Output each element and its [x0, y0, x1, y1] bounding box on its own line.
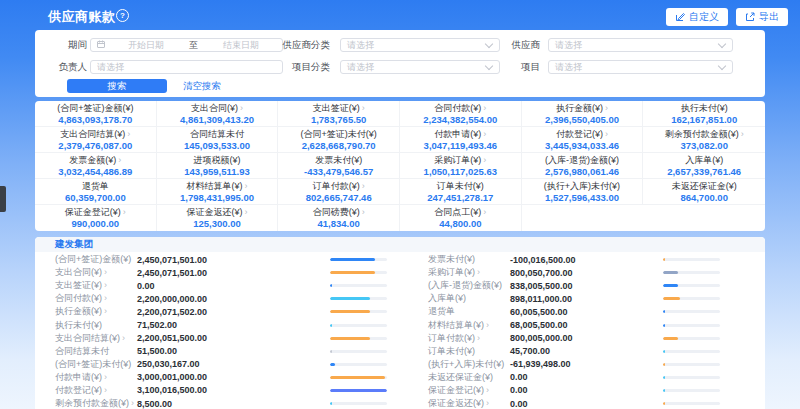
stat-value[interactable]: 125,300.00: [193, 218, 241, 229]
detail-row-label[interactable]: 合同付款(¥)›: [55, 292, 137, 305]
detail-row-label[interactable]: 支出合同结算(¥)›: [55, 332, 137, 345]
detail-row-value: 2,200,051,500.00: [137, 333, 330, 343]
stat-value[interactable]: 2,396,550,405.00: [545, 114, 619, 125]
owner-select[interactable]: [90, 60, 283, 74]
stat-label: 保证金返还(¥)›: [186, 207, 247, 217]
detail-row-label[interactable]: 保证金返还(¥)›: [428, 397, 510, 409]
stat-value: 4,863,093,178.70: [58, 114, 132, 125]
detail-row-label: 执行未付(¥): [55, 319, 137, 332]
stat-cell[interactable]: 支出合同结算(¥)›2,379,476,087.00: [35, 127, 157, 153]
detail-row-value: 3,000,001,000.00: [137, 372, 330, 382]
detail-row: 合同结算未付51,500.00: [55, 345, 387, 358]
chevron-right-icon: ›: [244, 207, 247, 217]
search-button[interactable]: 搜索: [67, 79, 167, 93]
detail-row-label[interactable]: 剩余预付款金额(¥)›: [55, 397, 137, 409]
stat-value: 2,576,980,061.46: [545, 166, 619, 177]
clear-search-link[interactable]: 清空搜索: [183, 79, 221, 93]
stat-value: 145,093,533.00: [184, 140, 250, 151]
bar-track: [330, 350, 387, 353]
detail-row-label[interactable]: 保证金登记(¥)›: [428, 384, 510, 397]
stat-value[interactable]: 802,665,747.46: [306, 192, 372, 203]
chevron-right-icon: ›: [477, 267, 480, 277]
supplier-select[interactable]: 请选择: [548, 38, 733, 52]
detail-row: 发票未付(¥)-100,016,500.00: [428, 253, 720, 266]
stat-cell[interactable]: 采购订单(¥)›1,050,117,025.63: [400, 153, 522, 179]
bar-track: [330, 389, 387, 392]
customize-button[interactable]: 自定义: [666, 8, 728, 26]
bar-fill: [330, 284, 332, 287]
drawer-handle[interactable]: [0, 186, 6, 212]
bar-track: [330, 310, 387, 313]
stat-cell[interactable]: 保证金返还(¥)›125,300.00: [157, 205, 279, 231]
detail-row: 入库单(¥)898,011,000.00: [428, 292, 720, 305]
detail-row: 合同付款(¥)›2,200,000,000.00: [55, 292, 387, 305]
stat-cell: 合同结算未付145,093,533.00: [157, 127, 279, 153]
stat-value[interactable]: 3,445,934,033.46: [545, 140, 619, 151]
stat-value[interactable]: 3,032,454,486.89: [58, 166, 132, 177]
detail-row: 支出合同结算(¥)›2,200,051,500.00: [55, 332, 387, 345]
stat-cell[interactable]: 剩余预付款金额(¥)›373,082.00: [643, 127, 765, 153]
start-date-placeholder[interactable]: 开始日期: [105, 39, 187, 52]
stat-cell[interactable]: 合同磅费(¥)›41,834.00: [278, 205, 400, 231]
detail-row-label[interactable]: 支出签证(¥)›: [55, 279, 137, 292]
bar-track: [663, 350, 720, 353]
detail-row-value: 0.00: [510, 372, 663, 382]
stat-cell[interactable]: 合同付款(¥)›2,234,382,554.00: [400, 101, 522, 127]
bar-fill: [663, 271, 678, 274]
stat-value[interactable]: 41,834.00: [318, 218, 360, 229]
stat-value[interactable]: 2,379,476,087.00: [58, 140, 132, 151]
detail-row-label[interactable]: 订单付款(¥)›: [428, 332, 510, 345]
detail-row-label: (执行+入库)未付(¥): [428, 358, 510, 371]
detail-row-value: -100,016,500.00: [510, 255, 663, 265]
stat-cell[interactable]: 保证金登记(¥)›990,000.00: [35, 205, 157, 231]
bar-fill: [663, 284, 678, 287]
stat-value[interactable]: 990,000.00: [72, 218, 120, 229]
stat-cell[interactable]: 材料结算单(¥)›1,798,431,995.00: [157, 179, 279, 205]
detail-row: (入库-退货)金额(¥)838,005,500.00: [428, 279, 720, 292]
owner-label: 负责人: [41, 60, 87, 74]
bar-fill: [663, 324, 665, 327]
date-range-to: 至: [187, 39, 200, 52]
stat-cell[interactable]: 付款申请(¥)›3,047,119,493.46: [400, 127, 522, 153]
stat-cell[interactable]: 发票金额(¥)›3,032,454,486.89: [35, 153, 157, 179]
help-icon[interactable]: ?: [116, 9, 129, 22]
project-select[interactable]: 请选择: [548, 60, 733, 74]
stat-value[interactable]: 1,783,765.50: [311, 114, 366, 125]
bar-track: [330, 297, 387, 300]
detail-row-label[interactable]: 执行金额(¥)›: [55, 305, 137, 318]
detail-row-label[interactable]: 采购订单(¥)›: [428, 266, 510, 279]
stat-cell[interactable]: 执行金额(¥)›2,396,550,405.00: [522, 101, 644, 127]
project-placeholder: 请选择: [549, 61, 719, 74]
export-button[interactable]: 导出: [736, 8, 788, 26]
stat-value[interactable]: 373,082.00: [680, 140, 728, 151]
stat-cell[interactable]: 订单付款(¥)›802,665,747.46: [278, 179, 400, 205]
detail-row-label[interactable]: 材料结算单(¥)›: [428, 319, 510, 332]
stat-cell: 发票未付(¥)-433,479,546.57: [278, 153, 400, 179]
stat-label: 材料结算单(¥)›: [186, 181, 247, 191]
stat-cell[interactable]: 合同点工(¥)›44,800.00: [400, 205, 522, 231]
project-label: 项目: [475, 60, 540, 74]
detail-row-label[interactable]: 付款申请(¥)›: [55, 371, 137, 384]
stat-value[interactable]: 44,800.00: [439, 218, 481, 229]
period-label: 期间: [41, 38, 87, 52]
stat-value[interactable]: 1,798,431,995.00: [180, 192, 254, 203]
stat-value[interactable]: 2,234,382,554.00: [423, 114, 497, 125]
stat-value[interactable]: 4,861,309,413.20: [180, 114, 254, 125]
stat-value[interactable]: 3,047,119,493.46: [424, 140, 497, 151]
stat-cell[interactable]: 支出合同(¥)›4,861,309,413.20: [157, 101, 279, 127]
stat-cell: 进项税额(¥)143,959,511.93: [157, 153, 279, 179]
stat-cell[interactable]: 付款登记(¥)›3,445,934,033.46: [522, 127, 644, 153]
owner-input[interactable]: [91, 62, 282, 72]
detail-row-label[interactable]: 付款登记(¥)›: [55, 384, 137, 397]
chevron-right-icon: ›: [483, 207, 486, 217]
detail-row: 执行未付(¥)71,502.00: [55, 318, 387, 331]
date-range-input[interactable]: 开始日期 至 结束日期: [90, 38, 283, 52]
detail-row-label[interactable]: 支出合同(¥)›: [55, 266, 137, 279]
stat-value[interactable]: 1,050,117,025.63: [424, 166, 497, 177]
stat-cell[interactable]: 支出签证(¥)›1,783,765.50: [278, 101, 400, 127]
bar-track: [330, 324, 387, 327]
stats-panel: (合同+签证)金额(¥)4,863,093,178.70支出合同(¥)›4,86…: [35, 101, 765, 231]
stats-grid: (合同+签证)金额(¥)4,863,093,178.70支出合同(¥)›4,86…: [35, 101, 765, 231]
filter-panel: 期间 开始日期 至 结束日期 供应商分类 请选择 供应商 请选择 负责人 项目分…: [35, 30, 765, 97]
group-name-link[interactable]: 建发集团: [55, 238, 93, 251]
